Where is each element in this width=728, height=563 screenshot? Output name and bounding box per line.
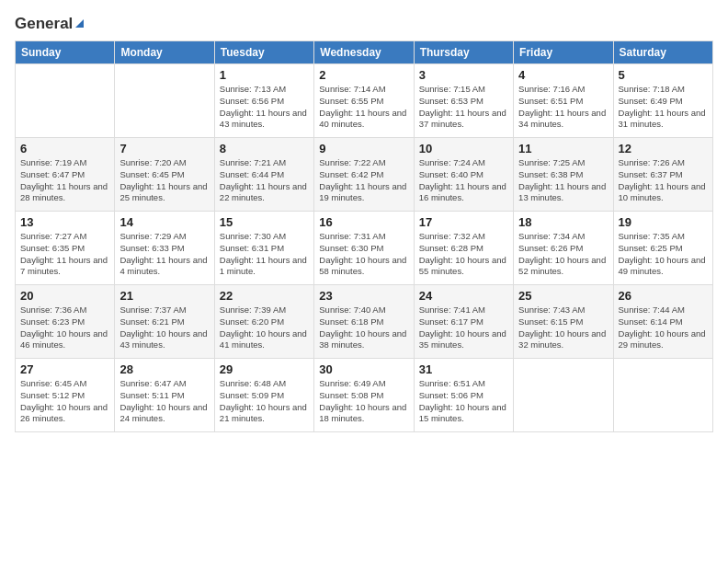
day-detail: Sunrise: 7:24 AMSunset: 6:40 PMDaylight:… xyxy=(419,157,508,204)
calendar-header-row: SundayMondayTuesdayWednesdayThursdayFrid… xyxy=(16,41,713,64)
page-header: General xyxy=(15,15,713,29)
day-detail: Sunrise: 7:27 AMSunset: 6:35 PMDaylight:… xyxy=(20,231,109,278)
column-header-wednesday: Wednesday xyxy=(314,41,414,64)
column-header-sunday: Sunday xyxy=(16,41,115,64)
column-header-tuesday: Tuesday xyxy=(214,41,313,64)
calendar-day: 15Sunrise: 7:30 AMSunset: 6:31 PMDayligh… xyxy=(214,212,313,285)
day-number: 4 xyxy=(518,68,608,82)
calendar-day: 21Sunrise: 7:37 AMSunset: 6:21 PMDayligh… xyxy=(115,285,214,359)
day-number: 15 xyxy=(220,215,309,229)
day-number: 27 xyxy=(20,362,109,376)
day-number: 5 xyxy=(619,68,708,82)
calendar-day: 8Sunrise: 7:21 AMSunset: 6:44 PMDaylight… xyxy=(214,138,313,212)
column-header-thursday: Thursday xyxy=(414,41,513,64)
calendar-day: 2Sunrise: 7:14 AMSunset: 6:55 PMDaylight… xyxy=(314,64,414,138)
day-detail: Sunrise: 7:32 AMSunset: 6:28 PMDaylight:… xyxy=(419,231,508,278)
day-number: 6 xyxy=(20,142,109,155)
day-number: 18 xyxy=(518,215,608,229)
calendar-week-3: 13Sunrise: 7:27 AMSunset: 6:35 PMDayligh… xyxy=(16,212,713,285)
day-detail: Sunrise: 6:51 AMSunset: 5:06 PMDaylight:… xyxy=(419,378,508,425)
day-number: 30 xyxy=(319,362,408,376)
day-detail: Sunrise: 7:26 AMSunset: 6:37 PMDaylight:… xyxy=(619,157,708,204)
day-number: 17 xyxy=(419,215,508,229)
calendar-day: 26Sunrise: 7:44 AMSunset: 6:14 PMDayligh… xyxy=(613,285,712,359)
column-header-friday: Friday xyxy=(514,41,613,64)
calendar-week-4: 20Sunrise: 7:36 AMSunset: 6:23 PMDayligh… xyxy=(16,285,713,359)
day-detail: Sunrise: 7:21 AMSunset: 6:44 PMDaylight:… xyxy=(220,157,309,204)
calendar-day: 11Sunrise: 7:25 AMSunset: 6:38 PMDayligh… xyxy=(514,138,613,212)
logo-general: General xyxy=(15,15,73,33)
calendar-day: 19Sunrise: 7:35 AMSunset: 6:25 PMDayligh… xyxy=(613,212,712,285)
calendar-day xyxy=(115,64,214,138)
day-number: 12 xyxy=(619,142,708,155)
calendar-day: 31Sunrise: 6:51 AMSunset: 5:06 PMDayligh… xyxy=(414,359,513,432)
calendar-day: 27Sunrise: 6:45 AMSunset: 5:12 PMDayligh… xyxy=(16,359,115,432)
calendar-day: 4Sunrise: 7:16 AMSunset: 6:51 PMDaylight… xyxy=(514,64,613,138)
calendar-day: 28Sunrise: 6:47 AMSunset: 5:11 PMDayligh… xyxy=(115,359,214,432)
day-number: 14 xyxy=(119,215,209,229)
day-detail: Sunrise: 6:48 AMSunset: 5:09 PMDaylight:… xyxy=(220,378,309,425)
calendar-day: 18Sunrise: 7:34 AMSunset: 6:26 PMDayligh… xyxy=(514,212,613,285)
column-header-saturday: Saturday xyxy=(613,41,712,64)
logo-arrow-icon xyxy=(75,19,84,28)
day-number: 31 xyxy=(419,362,508,376)
day-number: 20 xyxy=(20,289,109,303)
day-detail: Sunrise: 7:13 AMSunset: 6:56 PMDaylight:… xyxy=(220,84,309,131)
day-detail: Sunrise: 7:43 AMSunset: 6:15 PMDaylight:… xyxy=(518,304,608,351)
calendar-week-1: 1Sunrise: 7:13 AMSunset: 6:56 PMDaylight… xyxy=(16,64,713,138)
day-detail: Sunrise: 7:40 AMSunset: 6:18 PMDaylight:… xyxy=(319,304,408,351)
day-number: 23 xyxy=(319,289,408,303)
calendar-day: 24Sunrise: 7:41 AMSunset: 6:17 PMDayligh… xyxy=(414,285,513,359)
day-number: 7 xyxy=(119,142,209,155)
day-number: 10 xyxy=(419,142,508,155)
day-detail: Sunrise: 7:30 AMSunset: 6:31 PMDaylight:… xyxy=(220,231,309,278)
day-detail: Sunrise: 7:18 AMSunset: 6:49 PMDaylight:… xyxy=(619,84,708,131)
calendar-day: 12Sunrise: 7:26 AMSunset: 6:37 PMDayligh… xyxy=(613,138,712,212)
calendar-day: 17Sunrise: 7:32 AMSunset: 6:28 PMDayligh… xyxy=(414,212,513,285)
day-number: 8 xyxy=(220,142,309,155)
day-detail: Sunrise: 7:19 AMSunset: 6:47 PMDaylight:… xyxy=(20,157,109,204)
calendar-day xyxy=(613,359,712,432)
day-detail: Sunrise: 6:49 AMSunset: 5:08 PMDaylight:… xyxy=(319,378,408,425)
day-detail: Sunrise: 6:45 AMSunset: 5:12 PMDaylight:… xyxy=(20,378,109,425)
day-detail: Sunrise: 7:35 AMSunset: 6:25 PMDaylight:… xyxy=(619,231,708,278)
calendar-day: 9Sunrise: 7:22 AMSunset: 6:42 PMDaylight… xyxy=(314,138,414,212)
day-number: 21 xyxy=(119,289,209,303)
day-number: 19 xyxy=(619,215,708,229)
day-detail: Sunrise: 7:15 AMSunset: 6:53 PMDaylight:… xyxy=(419,84,508,131)
day-number: 25 xyxy=(518,289,608,303)
calendar-day xyxy=(514,359,613,432)
day-detail: Sunrise: 7:36 AMSunset: 6:23 PMDaylight:… xyxy=(20,304,109,351)
day-detail: Sunrise: 7:20 AMSunset: 6:45 PMDaylight:… xyxy=(119,157,209,204)
calendar-day xyxy=(16,64,115,138)
logo: General xyxy=(15,15,84,29)
calendar-week-2: 6Sunrise: 7:19 AMSunset: 6:47 PMDaylight… xyxy=(16,138,713,212)
calendar-day: 25Sunrise: 7:43 AMSunset: 6:15 PMDayligh… xyxy=(514,285,613,359)
column-header-monday: Monday xyxy=(115,41,214,64)
calendar-day: 16Sunrise: 7:31 AMSunset: 6:30 PMDayligh… xyxy=(314,212,414,285)
day-detail: Sunrise: 7:37 AMSunset: 6:21 PMDaylight:… xyxy=(119,304,209,351)
day-detail: Sunrise: 7:44 AMSunset: 6:14 PMDaylight:… xyxy=(619,304,708,351)
day-number: 24 xyxy=(419,289,508,303)
day-number: 13 xyxy=(20,215,109,229)
day-number: 16 xyxy=(319,215,408,229)
calendar-day: 23Sunrise: 7:40 AMSunset: 6:18 PMDayligh… xyxy=(314,285,414,359)
day-detail: Sunrise: 7:41 AMSunset: 6:17 PMDaylight:… xyxy=(419,304,508,351)
calendar-day: 10Sunrise: 7:24 AMSunset: 6:40 PMDayligh… xyxy=(414,138,513,212)
calendar-day: 13Sunrise: 7:27 AMSunset: 6:35 PMDayligh… xyxy=(16,212,115,285)
day-detail: Sunrise: 7:34 AMSunset: 6:26 PMDaylight:… xyxy=(518,231,608,278)
calendar-day: 1Sunrise: 7:13 AMSunset: 6:56 PMDaylight… xyxy=(214,64,313,138)
day-detail: Sunrise: 7:39 AMSunset: 6:20 PMDaylight:… xyxy=(220,304,309,351)
calendar-day: 6Sunrise: 7:19 AMSunset: 6:47 PMDaylight… xyxy=(16,138,115,212)
calendar-day: 5Sunrise: 7:18 AMSunset: 6:49 PMDaylight… xyxy=(613,64,712,138)
calendar-day: 7Sunrise: 7:20 AMSunset: 6:45 PMDaylight… xyxy=(115,138,214,212)
day-number: 1 xyxy=(220,68,309,82)
day-detail: Sunrise: 6:47 AMSunset: 5:11 PMDaylight:… xyxy=(119,378,209,425)
day-number: 2 xyxy=(319,68,408,82)
day-number: 22 xyxy=(220,289,309,303)
day-number: 29 xyxy=(220,362,309,376)
calendar-day: 14Sunrise: 7:29 AMSunset: 6:33 PMDayligh… xyxy=(115,212,214,285)
calendar-table: SundayMondayTuesdayWednesdayThursdayFrid… xyxy=(15,40,713,432)
calendar-day: 29Sunrise: 6:48 AMSunset: 5:09 PMDayligh… xyxy=(214,359,313,432)
calendar-day: 30Sunrise: 6:49 AMSunset: 5:08 PMDayligh… xyxy=(314,359,414,432)
